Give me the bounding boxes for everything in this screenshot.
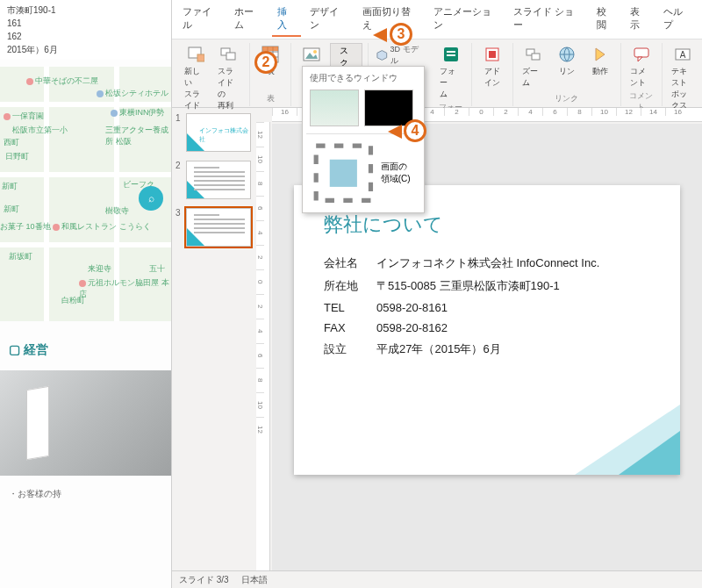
status-slide-count: スライド 3/3 [179, 574, 229, 586]
info-row: TEL0598-20-8161 [324, 301, 650, 314]
ribbon: 新しい スライド スライドの 再利用 スライド 表 表 [172, 39, 702, 108]
clip-icon [312, 141, 376, 205]
info-label: FAX [324, 321, 376, 334]
svg-rect-1 [197, 54, 204, 61]
menu-bar: ファイル ホーム 挿入 デザイン 画面切り替え アニメーション スライド ショー… [172, 0, 702, 39]
action-icon [591, 45, 610, 64]
slide-thumbnail-panel: 1 インフォコ株式会社 2 3 [172, 108, 256, 570]
svg-rect-20 [447, 51, 455, 53]
background-window: 市湊町190-1 161 162 2015年）6月 中華そばの不二屋 松坂シティ… [0, 0, 176, 588]
info-row: FAX0598-20-8162 [324, 321, 650, 334]
info-label: 会社名 [324, 255, 376, 271]
slide-thumb-1[interactable]: インフォコ株式会社 [186, 113, 251, 152]
bg-fax: 162 [7, 30, 168, 43]
svg-rect-28 [634, 48, 648, 57]
slide-title: 弊社について [324, 212, 650, 238]
map-marker-icon: ⌕ [139, 186, 163, 211]
textbox-icon: A [673, 45, 692, 64]
info-row: 設立平成27年（2015年）6月 [324, 341, 650, 357]
link-icon [557, 45, 577, 64]
bg-foot: ・お客様の持 [0, 484, 175, 504]
info-value: 〒515-0085 三重県松阪市湊町190-1 [376, 278, 560, 294]
bg-map: 中華そばの不二屋 松坂シティホテル 一保育園 東横INN伊勢 松阪市立第一小 西… [0, 67, 175, 321]
slide-thumb-3[interactable] [186, 208, 251, 247]
group-label-table: 表 [267, 93, 275, 106]
menu-view[interactable]: 表示 [625, 2, 655, 37]
3d-model-button[interactable]: 3D モデル [374, 43, 426, 68]
info-value: 平成27年（2015年）6月 [376, 341, 501, 357]
slide[interactable]: 弊社について 会社名インフォコネクト株式会社 InfoConnect Inc.所… [294, 185, 680, 475]
annotation-3: 3 [390, 23, 412, 46]
menu-review[interactable]: 校閲 [591, 2, 621, 37]
bg-heading: ▢ 経営 [0, 337, 175, 363]
forms-icon [441, 45, 461, 64]
info-label: TEL [324, 301, 376, 314]
bg-photo [0, 370, 175, 476]
svg-rect-21 [447, 54, 455, 56]
svg-point-12 [313, 50, 317, 54]
svg-rect-33 [330, 160, 357, 187]
screen-clipping-item[interactable]: 画面の領域(C) [306, 138, 420, 209]
info-label: 設立 [324, 341, 376, 357]
info-row: 会社名インフォコネクト株式会社 InfoConnect Inc. [324, 255, 650, 271]
svg-marker-15 [377, 51, 387, 61]
link-button[interactable]: リン [552, 43, 582, 90]
annotation-arrow-4 [388, 125, 402, 139]
menu-design[interactable]: デザイン [304, 2, 353, 37]
status-language: 日本語 [241, 574, 268, 586]
zoom-button[interactable]: ズーム [519, 43, 548, 90]
addin-button[interactable]: アド イン [477, 43, 507, 90]
thumb-number: 2 [176, 161, 183, 170]
comment-button[interactable]: コメント [627, 43, 656, 90]
window-thumb-2[interactable] [364, 90, 413, 126]
image-icon [302, 45, 321, 64]
svg-marker-27 [596, 48, 605, 61]
bg-info-block: 市湊町190-1 161 162 2015年）6月 [0, 0, 175, 60]
svg-rect-25 [532, 54, 540, 60]
cube-icon [376, 49, 388, 61]
svg-marker-29 [638, 57, 642, 61]
reuse-slide-icon [219, 45, 239, 64]
info-label: 所在地 [324, 278, 376, 294]
annotation-4: 4 [404, 119, 426, 142]
forms-button[interactable]: フォー ム [436, 43, 466, 102]
zoom-icon [524, 45, 543, 64]
comment-icon [632, 45, 651, 64]
bg-tel: 161 [7, 17, 168, 30]
status-bar: スライド 3/3 日本語 [172, 570, 702, 588]
menu-slideshow[interactable]: スライド ショー [508, 2, 588, 37]
slide-thumb-2[interactable] [186, 161, 251, 199]
work-area: 1 インフォコ株式会社 2 3 [172, 108, 702, 570]
screenshot-dropdown: 使用できるウィンドウ 画面の領域(C) [302, 66, 425, 213]
bg-addr: 市湊町190-1 [7, 4, 168, 17]
info-value: 0598-20-8161 [376, 301, 448, 314]
svg-rect-3 [226, 53, 235, 60]
annotation-2: 2 [254, 51, 277, 74]
window-thumb-1[interactable] [310, 90, 359, 126]
menu-home[interactable]: ホーム [229, 2, 268, 37]
bg-est: 2015年）6月 [7, 43, 168, 56]
group-label-link: リンク [555, 93, 578, 106]
annotation-arrow-3 [373, 28, 387, 42]
info-value: 0598-20-8162 [376, 321, 448, 334]
svg-text:A: A [679, 50, 685, 60]
menu-animations[interactable]: アニメーション [428, 2, 505, 37]
new-slide-icon [186, 45, 205, 64]
info-value: インフォコネクト株式会社 InfoConnect Inc. [376, 255, 599, 271]
textbox-button[interactable]: A テキスト ボックス [668, 43, 698, 113]
menu-insert[interactable]: 挿入 [272, 2, 302, 37]
menu-help[interactable]: ヘルプ [658, 2, 697, 37]
menu-file[interactable]: ファイル [177, 2, 226, 37]
powerpoint-window: ファイル ホーム 挿入 デザイン 画面切り替え アニメーション スライド ショー… [171, 0, 702, 588]
svg-rect-23 [489, 51, 496, 58]
addin-icon [483, 45, 502, 64]
action-button[interactable]: 動作 [585, 43, 615, 90]
dropdown-section-label: 使用できるウィンドウ [306, 70, 420, 86]
thumb-number: 3 [176, 208, 183, 218]
ruler-vertical: 12108642024681012 [256, 122, 270, 570]
info-row: 所在地〒515-0085 三重県松阪市湊町190-1 [324, 278, 650, 294]
